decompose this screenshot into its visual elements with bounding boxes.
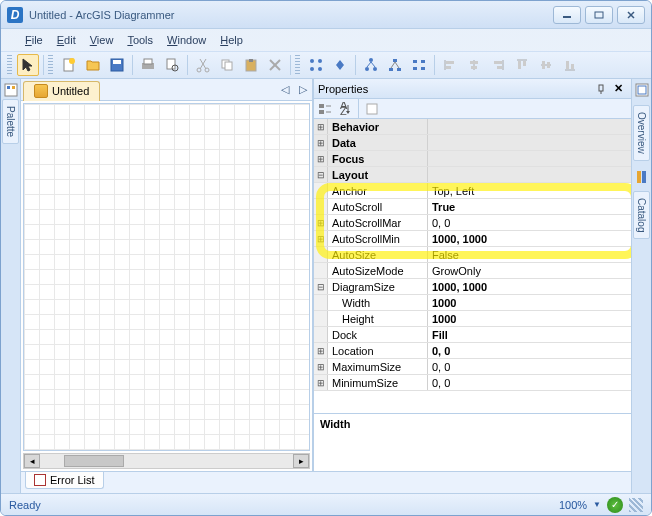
svg-rect-54 <box>566 61 569 69</box>
prop-autoscrollminsize[interactable]: ⊞AutoScrollMin1000, 1000 <box>314 231 631 247</box>
error-list-icon <box>34 474 46 486</box>
menu-help[interactable]: Help <box>214 32 249 48</box>
svg-rect-15 <box>225 62 232 70</box>
menu-window[interactable]: Window <box>161 32 212 48</box>
document-panel: Untitled ◁ ▷ ◂ ▸ <box>21 79 313 471</box>
prop-location[interactable]: ⊞Location0, 0 <box>314 343 631 359</box>
toolbar-grip[interactable] <box>7 55 12 75</box>
sidebar-left: Palette <box>1 79 21 493</box>
property-pages-button[interactable] <box>363 100 381 118</box>
properties-panel: Properties ✕ AZ ⊞Behavior ⊞Data <box>313 79 631 471</box>
align-button-4[interactable] <box>511 54 533 76</box>
svg-line-27 <box>367 62 371 67</box>
maximize-button[interactable] <box>585 6 613 24</box>
circular-layout-button[interactable] <box>384 54 406 76</box>
svg-point-26 <box>373 67 377 71</box>
svg-rect-72 <box>642 171 646 183</box>
scroll-left-button[interactable]: ◂ <box>24 454 40 468</box>
menu-view[interactable]: View <box>84 32 120 48</box>
prop-anchor[interactable]: AnchorTop, Left <box>314 183 631 199</box>
doc-next-button[interactable]: ▷ <box>296 83 310 96</box>
pointer-tool-button[interactable] <box>17 54 39 76</box>
svg-point-12 <box>197 68 201 72</box>
svg-rect-58 <box>12 86 15 89</box>
hierarchy-layout-button[interactable] <box>408 54 430 76</box>
menu-file[interactable]: File <box>19 32 49 48</box>
new-button[interactable] <box>58 54 80 76</box>
prop-diagramsize[interactable]: ⊟DiagramSize1000, 1000 <box>314 279 631 295</box>
align-button-1[interactable] <box>439 54 461 76</box>
category-behavior[interactable]: ⊞Behavior <box>314 119 631 135</box>
error-list-tab[interactable]: Error List <box>25 472 104 489</box>
categorized-button[interactable] <box>316 100 334 118</box>
layout-button-1[interactable] <box>305 54 327 76</box>
prop-minimumsize[interactable]: ⊞MinimumSize0, 0 <box>314 375 631 391</box>
titlebar[interactable]: D Untitled - ArcGIS Diagrammer <box>1 1 651 29</box>
menubar: File Edit View Tools Window Help <box>1 29 651 51</box>
svg-point-20 <box>310 59 314 63</box>
scroll-thumb[interactable] <box>64 455 124 467</box>
pin-button[interactable] <box>592 84 610 94</box>
svg-point-25 <box>365 67 369 71</box>
document-icon <box>34 84 48 98</box>
prop-maximumsize[interactable]: ⊞MaximumSize0, 0 <box>314 359 631 375</box>
cut-button[interactable] <box>192 54 214 76</box>
toolbar-grip[interactable] <box>48 55 53 75</box>
svg-rect-52 <box>547 62 550 68</box>
palette-tab[interactable]: Palette <box>2 99 19 144</box>
category-focus[interactable]: ⊞Focus <box>314 151 631 167</box>
svg-rect-35 <box>421 60 425 63</box>
svg-rect-7 <box>113 60 121 64</box>
tree-layout-button[interactable] <box>360 54 382 76</box>
document-tab-label: Untitled <box>52 85 89 97</box>
print-preview-button[interactable] <box>161 54 183 76</box>
category-data[interactable]: ⊞Data <box>314 135 631 151</box>
zoom-level[interactable]: 100% <box>559 499 587 511</box>
doc-prev-button[interactable]: ◁ <box>278 83 292 96</box>
status-ok-icon: ✓ <box>607 497 623 513</box>
prop-autoscrollmargin[interactable]: ⊞AutoScrollMar0, 0 <box>314 215 631 231</box>
overview-tab[interactable]: Overview <box>633 105 650 161</box>
delete-button[interactable] <box>264 54 286 76</box>
close-panel-button[interactable]: ✕ <box>610 82 627 95</box>
menu-tools[interactable]: Tools <box>121 32 159 48</box>
close-button[interactable] <box>617 6 645 24</box>
alphabetical-button[interactable]: AZ <box>336 100 354 118</box>
category-layout[interactable]: ⊟Layout <box>314 167 631 183</box>
document-tab[interactable]: Untitled <box>23 81 100 101</box>
property-help: Width <box>314 413 631 471</box>
toolbar-grip[interactable] <box>295 55 300 75</box>
copy-button[interactable] <box>216 54 238 76</box>
diagram-canvas[interactable] <box>23 103 310 451</box>
prop-dock[interactable]: DockFill <box>314 327 631 343</box>
properties-title: Properties <box>318 83 368 95</box>
layout-button-2[interactable] <box>329 54 351 76</box>
scroll-right-button[interactable]: ▸ <box>293 454 309 468</box>
paste-button[interactable] <box>240 54 262 76</box>
menu-edit[interactable]: Edit <box>51 32 82 48</box>
prop-autosizemode[interactable]: AutoSizeModeGrowOnly <box>314 263 631 279</box>
svg-line-28 <box>371 62 375 67</box>
prop-autoscroll[interactable]: AutoScrollTrue <box>314 199 631 215</box>
minimize-button[interactable] <box>553 6 581 24</box>
status-text: Ready <box>9 499 41 511</box>
align-button-2[interactable] <box>463 54 485 76</box>
help-property-name: Width <box>320 418 625 430</box>
open-button[interactable] <box>82 54 104 76</box>
prop-autosize[interactable]: AutoSizeFalse <box>314 247 631 263</box>
horizontal-scrollbar[interactable]: ◂ ▸ <box>23 453 310 469</box>
align-button-3[interactable] <box>487 54 509 76</box>
align-button-6[interactable] <box>559 54 581 76</box>
prop-height[interactable]: Height1000 <box>314 311 631 327</box>
doc-area: Untitled ◁ ▷ ◂ ▸ <box>21 79 631 471</box>
properties-grid[interactable]: ⊞Behavior ⊞Data ⊞Focus ⊟Layout AnchorTop… <box>314 119 631 413</box>
svg-point-23 <box>318 67 322 71</box>
catalog-tab[interactable]: Catalog <box>633 191 650 239</box>
print-button[interactable] <box>137 54 159 76</box>
svg-rect-59 <box>599 85 603 91</box>
resize-grip[interactable] <box>629 498 643 512</box>
save-button[interactable] <box>106 54 128 76</box>
prop-width[interactable]: Width1000 <box>314 295 631 311</box>
align-button-5[interactable] <box>535 54 557 76</box>
zoom-dropdown-icon[interactable]: ▼ <box>593 500 601 509</box>
